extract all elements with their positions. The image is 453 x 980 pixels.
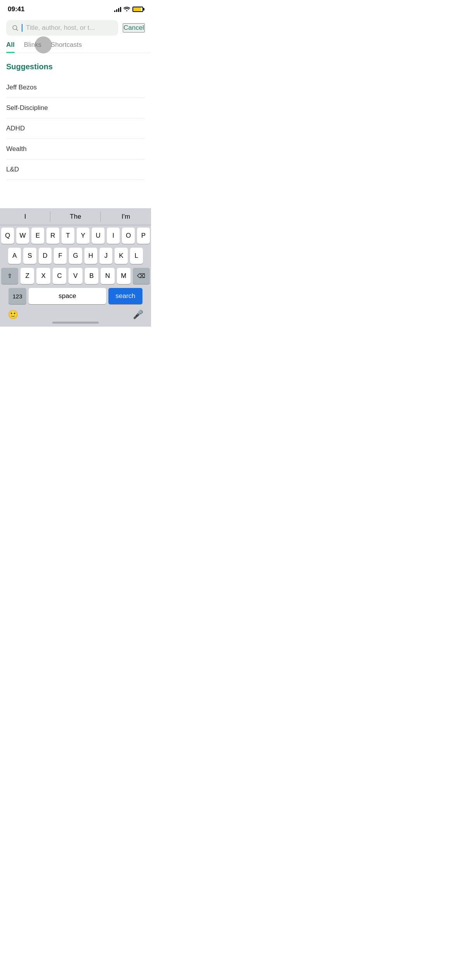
key-y[interactable]: Y xyxy=(77,228,89,244)
home-indicator xyxy=(52,322,99,324)
key-o[interactable]: O xyxy=(122,228,135,244)
key-e[interactable]: E xyxy=(31,228,44,244)
search-placeholder: Title, author, host, or t... xyxy=(26,24,95,32)
key-w[interactable]: W xyxy=(16,228,29,244)
suggestion-item-3[interactable]: ADHD xyxy=(6,118,145,139)
key-row-3: ⇧ Z X C V B N M ⌫ xyxy=(1,268,150,284)
key-f[interactable]: F xyxy=(54,248,67,264)
signal-icon xyxy=(114,7,121,12)
status-bar: 09:41 xyxy=(0,0,151,16)
text-cursor xyxy=(22,24,22,32)
key-q[interactable]: Q xyxy=(1,228,14,244)
key-s[interactable]: S xyxy=(23,248,36,264)
key-u[interactable]: U xyxy=(92,228,105,244)
key-d[interactable]: D xyxy=(39,248,51,264)
space-key[interactable]: space xyxy=(29,288,106,304)
touch-indicator xyxy=(35,36,52,53)
key-m[interactable]: M xyxy=(117,268,130,284)
key-row-1: Q W E R T Y U I O P xyxy=(1,228,150,244)
autocomplete-bar: I The I'm xyxy=(0,208,151,225)
cancel-button[interactable]: Cancel xyxy=(123,23,145,33)
key-g[interactable]: G xyxy=(69,248,82,264)
filter-tabs: All Blinks Shortcasts xyxy=(0,39,151,53)
key-r[interactable]: R xyxy=(46,228,59,244)
suggestion-item-4[interactable]: Wealth xyxy=(6,139,145,159)
emoji-icon[interactable]: 🙂 xyxy=(8,310,18,320)
bottom-bar: 🙂 🎤 xyxy=(0,306,151,327)
tab-shortcasts[interactable]: Shortcasts xyxy=(51,41,82,53)
keyboard-rows: Q W E R T Y U I O P A S D F G H J K L ⇧ xyxy=(0,225,151,306)
suggestions-title: Suggestions xyxy=(6,62,145,71)
key-t[interactable]: T xyxy=(62,228,74,244)
wifi-icon xyxy=(124,6,130,12)
autocomplete-item-1[interactable]: I xyxy=(0,208,50,225)
key-x[interactable]: X xyxy=(36,268,50,284)
shift-icon: ⇧ xyxy=(7,272,12,279)
backspace-key[interactable]: ⌫ xyxy=(133,268,150,284)
key-j[interactable]: J xyxy=(100,248,112,264)
autocomplete-item-3[interactable]: I'm xyxy=(101,208,151,225)
key-z[interactable]: Z xyxy=(21,268,34,284)
key-v[interactable]: V xyxy=(69,268,82,284)
microphone-icon[interactable]: 🎤 xyxy=(133,310,143,320)
status-time: 09:41 xyxy=(8,5,24,13)
key-i[interactable]: I xyxy=(107,228,120,244)
key-h[interactable]: H xyxy=(84,248,97,264)
search-icon xyxy=(12,24,19,31)
autocomplete-item-2[interactable]: The xyxy=(50,208,101,225)
search-key[interactable]: search xyxy=(108,288,142,304)
key-p[interactable]: P xyxy=(137,228,150,244)
suggestions-section: Suggestions Jeff Bezos Self-Discipline A… xyxy=(0,53,151,180)
suggestion-item-2[interactable]: Self-Discipline xyxy=(6,98,145,118)
key-row-bottom: 123 space search xyxy=(1,288,150,304)
backspace-icon: ⌫ xyxy=(137,272,145,279)
suggestion-item-5[interactable]: L&D xyxy=(6,159,145,180)
key-k[interactable]: K xyxy=(115,248,127,264)
shift-key[interactable]: ⇧ xyxy=(1,268,18,284)
key-n[interactable]: N xyxy=(101,268,114,284)
key-l[interactable]: L xyxy=(130,248,143,264)
key-b[interactable]: B xyxy=(85,268,98,284)
tab-all[interactable]: All xyxy=(6,41,15,53)
numbers-key[interactable]: 123 xyxy=(9,288,26,304)
search-container: Title, author, host, or t... Cancel xyxy=(0,16,151,39)
battery-icon xyxy=(132,7,143,12)
key-a[interactable]: A xyxy=(8,248,21,264)
search-box[interactable]: Title, author, host, or t... xyxy=(6,20,118,36)
key-c[interactable]: C xyxy=(53,268,66,284)
suggestion-item-1[interactable]: Jeff Bezos xyxy=(6,77,145,98)
key-row-2: A S D F G H J K L xyxy=(1,248,150,264)
status-icons xyxy=(114,6,143,12)
keyboard: I The I'm Q W E R T Y U I O P A S D F G … xyxy=(0,208,151,327)
